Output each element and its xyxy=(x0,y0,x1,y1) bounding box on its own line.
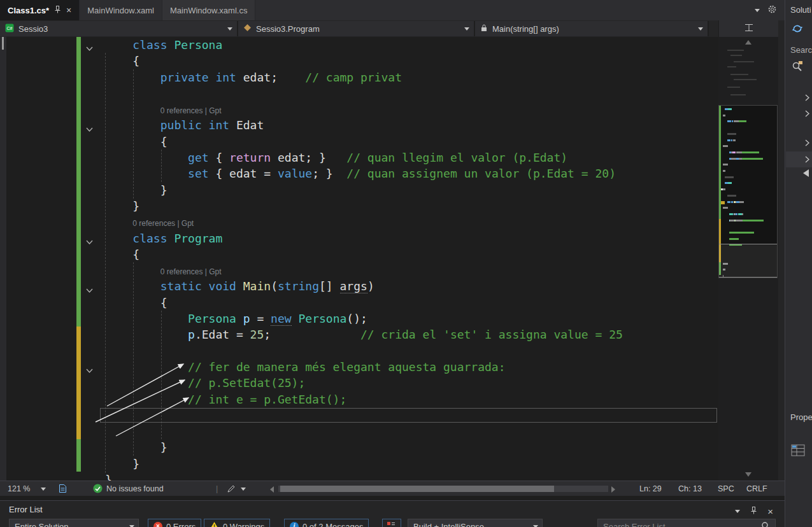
zoom-dropdown[interactable]: 121 % xyxy=(8,484,30,493)
document-health-icon[interactable] xyxy=(59,484,67,495)
search-error-list-input[interactable] xyxy=(597,519,776,527)
project-dropdown[interactable]: C# Sessio3 xyxy=(0,21,238,36)
code-line[interactable]: } xyxy=(6,456,718,472)
horizontal-scrollbar[interactable] xyxy=(278,486,608,492)
tree-expand-icon[interactable] xyxy=(804,138,810,150)
code-line[interactable]: { xyxy=(6,134,718,150)
minimap-scrollbar[interactable] xyxy=(718,37,778,481)
search-solution-label: Searc xyxy=(790,45,812,55)
error-list-filter-button[interactable] xyxy=(382,519,401,527)
error-list-title: Error List xyxy=(9,505,43,514)
code-line[interactable]: static void Main(string[] args) xyxy=(6,278,718,294)
spaces-indicator[interactable]: SPC xyxy=(718,484,734,493)
search-icon[interactable] xyxy=(761,521,770,527)
codelens-line[interactable]: 0 references | Gpt xyxy=(6,262,718,278)
code-line[interactable]: } xyxy=(6,182,718,198)
tree-expand-icon[interactable] xyxy=(804,109,810,120)
scroll-up-icon[interactable] xyxy=(745,40,751,45)
code-line[interactable] xyxy=(6,85,718,101)
tree-expand-icon[interactable] xyxy=(804,155,810,166)
split-window-icon[interactable] xyxy=(744,23,754,35)
member-dropdown[interactable]: Main(string[] args) xyxy=(475,21,709,36)
svg-text:C#: C# xyxy=(7,26,13,31)
code-line[interactable]: p.Edat = 25; // crida el 'set' i assigna… xyxy=(6,327,718,342)
pin-icon[interactable] xyxy=(750,505,757,517)
line-ending-indicator[interactable]: CRLF xyxy=(746,484,767,493)
minimap-viewport[interactable] xyxy=(719,244,777,278)
code-cleanup-pen-icon[interactable] xyxy=(227,484,236,495)
health-status-text[interactable]: No issues found xyxy=(106,484,164,493)
errors-filter-button[interactable]: × 0 Errors xyxy=(148,519,201,527)
close-icon[interactable]: × xyxy=(767,507,773,516)
scope-dropdown[interactable]: Entire Solution xyxy=(9,519,139,527)
fold-collapse-icon[interactable] xyxy=(85,235,94,242)
tab-class1-cs[interactable]: Class1.cs* × xyxy=(0,0,80,20)
csharp-project-icon: C# xyxy=(5,24,14,34)
scroll-left-icon[interactable] xyxy=(270,486,274,493)
tab-mainwindow-xaml[interactable]: MainWindow.xaml xyxy=(80,0,162,20)
code-line[interactable]: } xyxy=(6,472,718,481)
scroll-left-icon[interactable] xyxy=(803,169,809,177)
code-line[interactable]: class Persona xyxy=(6,37,718,53)
scroll-down-icon[interactable] xyxy=(745,472,751,477)
code-line[interactable]: // int e = p.GetEdat(); xyxy=(6,391,718,407)
fold-collapse-icon[interactable] xyxy=(85,123,94,129)
window-position-chevron-icon[interactable] xyxy=(735,510,740,513)
code-line[interactable]: class Program xyxy=(6,230,718,246)
collapsed-scrollbar[interactable] xyxy=(2,37,4,50)
code-editor[interactable]: class Persona { private int edat; // cam… xyxy=(6,37,718,481)
code-line[interactable]: public int Edat xyxy=(6,117,718,133)
properties-icon[interactable] xyxy=(791,444,806,460)
code-line[interactable]: { xyxy=(6,246,718,262)
fold-collapse-icon[interactable] xyxy=(85,42,94,48)
codelens-line[interactable]: 0 references | Gpt xyxy=(6,101,718,117)
code-line[interactable]: private int edat; // camp privat xyxy=(6,69,718,85)
code-line[interactable] xyxy=(6,423,718,439)
solution-explorer-title: Soluti xyxy=(790,5,811,15)
tab-list-chevron-icon[interactable] xyxy=(755,9,760,12)
code-line[interactable]: get { return edat; } // quan llegim el v… xyxy=(6,150,718,165)
minimap-code-preview[interactable] xyxy=(718,105,778,278)
search-documents-icon[interactable] xyxy=(791,60,804,75)
panel-splitter[interactable] xyxy=(0,496,785,500)
tab-mainwindow-xaml-cs[interactable]: MainWindow.xaml.cs xyxy=(162,0,255,20)
code-line[interactable]: { xyxy=(6,53,718,69)
warnings-filter-button[interactable]: ! 0 Warnings xyxy=(204,519,270,527)
fold-collapse-icon[interactable] xyxy=(85,284,94,290)
code-line[interactable]: { xyxy=(6,295,718,311)
scroll-right-icon[interactable] xyxy=(611,486,615,493)
chevron-down-icon xyxy=(41,488,46,491)
code-line[interactable]: Persona p = new Persona(); xyxy=(6,311,718,327)
column-indicator[interactable]: Ch: 13 xyxy=(678,484,702,493)
filter-columns-icon xyxy=(387,521,395,527)
pin-icon[interactable] xyxy=(54,5,61,15)
gear-icon[interactable] xyxy=(767,4,777,17)
code-line[interactable]: // p.SetEdat(25); xyxy=(6,375,718,391)
warnings-count-label: 0 Warnings xyxy=(223,522,264,527)
info-icon: i xyxy=(290,522,299,527)
scrollbar-thumb[interactable] xyxy=(280,486,554,492)
build-intellisense-dropdown[interactable]: Build + IntelliSense xyxy=(408,519,543,527)
code-line[interactable] xyxy=(6,343,718,359)
line-indicator[interactable]: Ln: 29 xyxy=(639,484,662,493)
chevron-down-icon[interactable] xyxy=(241,488,246,491)
fold-collapse-icon[interactable] xyxy=(85,364,94,370)
chevron-down-icon xyxy=(698,27,703,31)
error-icon: × xyxy=(153,522,162,527)
code-line[interactable]: set { edat = value; } // quan assignem u… xyxy=(6,165,718,181)
code-line[interactable]: } xyxy=(6,439,718,455)
code-line[interactable] xyxy=(6,407,718,423)
error-list-toolbar: Entire Solution × 0 Errors ! 0 Warnings … xyxy=(0,517,785,527)
close-icon[interactable]: × xyxy=(66,6,71,15)
sync-active-document-icon[interactable] xyxy=(792,23,803,37)
code-line[interactable]: // fer de manera més elegant aquesta gua… xyxy=(6,359,718,375)
tree-expand-icon[interactable] xyxy=(804,93,810,104)
tab-label: MainWindow.xaml.cs xyxy=(170,6,247,15)
messages-filter-button[interactable]: i 0 of 2 Messages xyxy=(284,519,369,527)
type-dropdown[interactable]: Sessio3.Program xyxy=(238,21,475,36)
codelens-line[interactable]: 0 references | Gpt xyxy=(6,214,718,230)
project-dropdown-value: Sessio3 xyxy=(18,24,48,34)
code-lines: class Persona { private int edat; // cam… xyxy=(6,37,718,481)
visual-studio-window: { "palette": { "background": "#1E1E1E", … xyxy=(0,0,812,527)
code-line[interactable]: } xyxy=(6,198,718,214)
